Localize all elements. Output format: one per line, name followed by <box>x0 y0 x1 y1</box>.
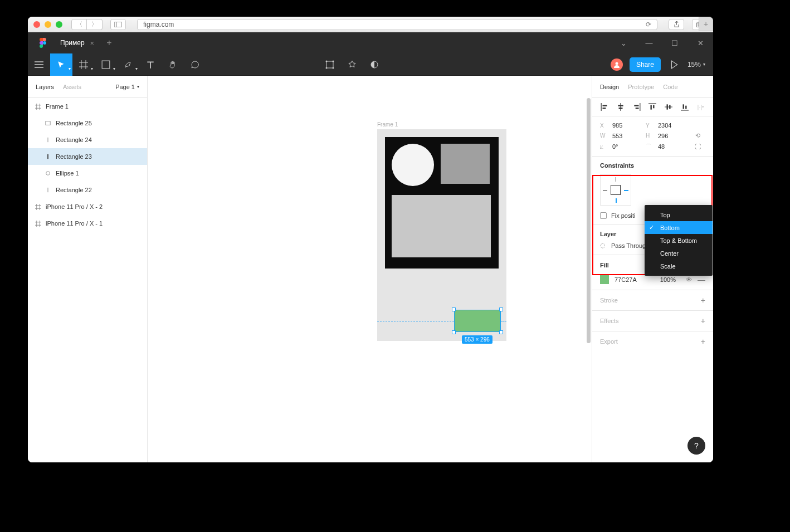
new-browser-tab-button[interactable]: + <box>699 17 713 31</box>
y-label: Y <box>646 123 654 129</box>
fill-swatch[interactable] <box>600 275 609 284</box>
prototype-tab[interactable]: Prototype <box>628 84 654 90</box>
rotation-input[interactable]: 0° <box>612 143 641 150</box>
canvas-rectangle-25[interactable] <box>392 195 491 257</box>
share-browser-button[interactable] <box>669 19 684 30</box>
effects-section: Effects + <box>592 311 713 331</box>
add-stroke-button[interactable]: + <box>701 296 705 305</box>
independent-corners-icon[interactable]: ⛶ <box>691 143 704 150</box>
layer-name: Rectangle 25 <box>56 120 92 126</box>
boolean-tool-icon[interactable] <box>363 53 386 76</box>
add-export-button[interactable]: + <box>701 337 705 346</box>
window-close-icon[interactable] <box>33 21 40 28</box>
code-tab[interactable]: Code <box>663 84 677 90</box>
distribute-icon[interactable]: |·|▾ <box>696 103 705 111</box>
canvas[interactable]: Frame 1 553 × 296 <box>148 76 592 462</box>
selection-handle[interactable] <box>452 308 456 311</box>
layer-item[interactable]: iPhone 11 Pro / X - 1 <box>28 215 147 232</box>
refresh-icon[interactable]: ⟳ <box>646 21 651 28</box>
window-minimize-icon[interactable] <box>45 21 51 28</box>
h-input[interactable]: 296 <box>658 133 687 139</box>
layer-item[interactable]: Rectangle 24 <box>28 131 147 148</box>
user-avatar-icon[interactable] <box>611 58 623 71</box>
layer-item[interactable]: Frame 1 <box>28 98 147 115</box>
svg-point-27 <box>46 172 50 175</box>
new-figma-tab-button[interactable]: + <box>101 38 117 48</box>
chevron-down-icon: ▾ <box>703 62 705 67</box>
dropdown-option[interactable]: ✓Bottom <box>645 221 713 234</box>
zoom-selector[interactable]: 15% ▾ <box>687 61 705 69</box>
constraint-dropdown[interactable]: Top✓BottomTop & BottomCenterScale <box>645 205 713 276</box>
canvas-selected-rectangle-23[interactable] <box>454 310 501 332</box>
radius-input[interactable]: 48 <box>658 143 687 150</box>
present-button[interactable] <box>667 53 681 76</box>
fix-position-checkbox[interactable] <box>600 212 607 219</box>
figma-logo-icon[interactable] <box>38 38 48 48</box>
layer-item[interactable]: iPhone 11 Pro / X - 2 <box>28 198 147 215</box>
fill-opacity-input[interactable]: 100% <box>660 276 676 283</box>
window-zoom-icon[interactable] <box>56 21 62 28</box>
dropdown-option[interactable]: Top <box>645 208 713 221</box>
layer-item[interactable]: Rectangle 23 <box>28 148 147 165</box>
align-top-icon[interactable] <box>648 103 657 111</box>
canvas-ellipse-1[interactable] <box>392 144 434 186</box>
remove-fill-button[interactable]: — <box>698 275 705 284</box>
frame-tool-button[interactable]: ▾ <box>72 53 95 76</box>
canvas-scrollbar[interactable] <box>587 98 591 343</box>
dropdown-option[interactable]: Scale <box>645 260 713 272</box>
canvas-rectangle-22[interactable] <box>385 137 499 269</box>
move-tool-button[interactable]: ▾ <box>50 53 72 76</box>
dropdown-option[interactable]: Center <box>645 247 713 260</box>
page-selector[interactable]: Page 1 ▾ <box>115 84 139 90</box>
selection-handle[interactable] <box>499 330 503 334</box>
align-hcenter-icon[interactable] <box>616 103 625 111</box>
sidebar-toggle-button[interactable] <box>110 19 126 30</box>
design-tab[interactable]: Design <box>600 84 619 90</box>
figma-file-tab[interactable]: Пример × <box>53 32 101 53</box>
canvas-frame[interactable] <box>377 129 506 341</box>
win-maximize-icon[interactable]: ☐ <box>662 32 687 53</box>
fill-visibility-icon[interactable]: 👁 <box>686 276 692 283</box>
comment-tool-button[interactable] <box>184 53 206 76</box>
url-bar[interactable]: figma.com ⟳ <box>137 19 657 30</box>
selection-handle[interactable] <box>452 330 456 334</box>
y-input[interactable]: 2304 <box>658 122 687 129</box>
shape-tool-button[interactable]: ▾ <box>95 53 117 76</box>
win-close-icon[interactable]: ✕ <box>687 32 713 53</box>
component-tool-icon[interactable] <box>319 53 341 76</box>
layer-item[interactable]: Rectangle 22 <box>28 182 147 198</box>
canvas-rectangle-24[interactable] <box>441 144 490 184</box>
constraint-widget[interactable] <box>600 174 631 206</box>
layer-item[interactable]: Ellipse 1 <box>28 165 147 182</box>
figma-tab-strip: Пример × + ⌄ — ☐ ✕ <box>28 32 713 53</box>
assets-tab[interactable]: Assets <box>63 84 81 90</box>
help-button[interactable]: ? <box>687 437 705 455</box>
x-input[interactable]: 985 <box>612 122 641 129</box>
add-effect-button[interactable]: + <box>701 316 705 325</box>
frame-label[interactable]: Frame 1 <box>377 121 398 128</box>
text-tool-button[interactable] <box>139 53 162 76</box>
link-wh-icon[interactable]: ⟲ <box>691 132 704 139</box>
mask-tool-icon[interactable] <box>341 53 363 76</box>
hand-tool-button[interactable] <box>162 53 184 76</box>
win-minimize-icon[interactable]: — <box>636 32 662 53</box>
tab-close-icon[interactable]: × <box>90 39 95 47</box>
layer-item[interactable]: Rectangle 25 <box>28 115 147 131</box>
pen-tool-button[interactable]: ▾ <box>117 53 139 76</box>
selection-handle[interactable] <box>499 308 503 311</box>
align-right-icon[interactable] <box>632 103 641 111</box>
chevron-down-icon[interactable]: ⌄ <box>611 32 636 53</box>
align-vcenter-icon[interactable] <box>664 103 673 111</box>
nav-back-button[interactable]: 〈 <box>71 19 87 30</box>
fill-hex-input[interactable]: 77C27A <box>615 276 637 283</box>
w-input[interactable]: 553 <box>612 133 641 139</box>
dropdown-option[interactable]: Top & Bottom <box>645 234 713 247</box>
svg-rect-41 <box>618 105 623 106</box>
align-bottom-icon[interactable] <box>680 103 689 111</box>
align-left-icon[interactable] <box>600 103 609 111</box>
nav-forward-button[interactable]: 〉 <box>87 19 103 30</box>
share-button[interactable]: Share <box>630 57 661 72</box>
layers-tab[interactable]: Layers <box>36 84 54 90</box>
blend-mode-icon[interactable]: ◌ <box>600 242 606 249</box>
menu-button[interactable] <box>28 53 50 76</box>
